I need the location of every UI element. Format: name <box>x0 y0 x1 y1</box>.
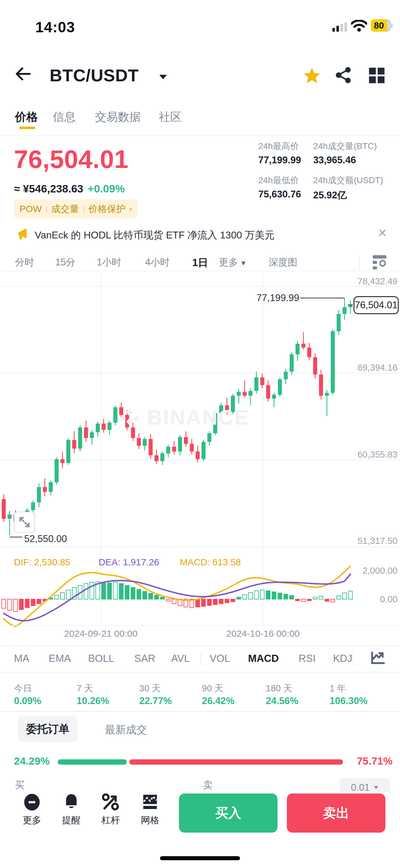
buy-ratio-segment <box>58 760 127 765</box>
perf-90d-label: 90 天 <box>202 682 223 695</box>
chevron-down-icon <box>373 785 379 790</box>
buy-sell-ratio-bar <box>58 760 343 765</box>
perf-90d-value: 26.42% <box>202 695 234 707</box>
indicator-macd[interactable]: MACD <box>248 653 279 664</box>
perf-1y-value: 106.30% <box>330 695 367 707</box>
perf-7d-label: 7 天 <box>76 682 93 695</box>
binance-price-screen: 14:03 80 BTC/USDT <box>0 0 400 868</box>
low-annotation: 52,550.00 <box>24 533 67 545</box>
y-axis-label-1: 78,432.49 <box>335 276 398 286</box>
sell-ratio-segment <box>129 760 343 765</box>
kline-chart-icon[interactable] <box>371 651 385 665</box>
perf-7d-value: 10.26% <box>76 695 109 707</box>
more-button[interactable]: 更多 <box>13 794 51 827</box>
indicator-ma[interactable]: MA <box>14 653 29 664</box>
high-annotation: 77,199.99 <box>242 292 299 304</box>
tab-latest-trades[interactable]: 最新成交 <box>105 723 147 737</box>
grid-bot-button[interactable]: 网格 <box>131 794 169 827</box>
indicator-ema[interactable]: EMA <box>49 653 71 664</box>
buy-button[interactable]: 买入 <box>179 794 277 833</box>
x-axis-date-2: 2024-10-16 00:00 <box>216 628 309 639</box>
orderbook-header-clipped: 买 卖 0.01 <box>0 777 400 792</box>
perf-180d-value: 24.56% <box>266 695 298 707</box>
indicator-kdj[interactable]: KDJ <box>333 653 352 664</box>
y-axis-label-4: 51,317.50 <box>335 536 398 546</box>
macd-value-label: MACD: 613.58 <box>180 557 241 567</box>
macd-axis-0: 0.00 <box>335 594 398 604</box>
grid-wave-icon <box>141 794 159 811</box>
perf-30d-value: 22.77% <box>139 695 172 707</box>
perf-30d-label: 30 天 <box>139 682 161 695</box>
buy-column-label: 买 <box>15 779 25 792</box>
alert-button[interactable]: 提醒 <box>53 794 90 827</box>
sell-ratio: 75.71% <box>343 755 393 767</box>
binance-watermark: BINANCE <box>118 405 249 429</box>
indicator-sar[interactable]: SAR <box>134 653 155 664</box>
home-indicator[interactable] <box>160 856 240 860</box>
expand-arrows-icon <box>18 515 31 529</box>
sell-column-label: 卖 <box>203 779 213 792</box>
x-axis-date-1: 2024-09-21 00:00 <box>54 628 147 639</box>
sell-button[interactable]: 卖出 <box>287 794 386 833</box>
leverage-button[interactable]: 杠杆 <box>92 794 129 827</box>
macd-axis-2000: 2,000.00 <box>335 566 398 576</box>
buy-ratio: 24.29% <box>14 755 49 767</box>
more-ellipsis-icon <box>23 794 41 811</box>
y-axis-label-3: 60,355.83 <box>335 450 398 460</box>
perf-today-label: 今日 <box>14 682 32 695</box>
indicator-avl[interactable]: AVL <box>171 653 190 664</box>
indicator-boll[interactable]: BOLL <box>88 653 114 664</box>
depth-step-select[interactable]: 0.01 <box>340 778 390 792</box>
macd-dif-label: DIF: 2,530.85 <box>14 557 70 567</box>
y-axis-label-2: 69,394.16 <box>335 363 398 373</box>
tab-open-orders[interactable]: 委托订单 <box>18 716 77 742</box>
binance-logo-icon <box>118 405 141 429</box>
bell-icon <box>63 794 80 811</box>
macd-dea-label: DEA: 1,917.26 <box>99 557 159 567</box>
perf-1y-label: 1 年 <box>330 682 346 695</box>
percent-arrow-icon <box>102 794 120 811</box>
indicator-vol[interactable]: VOL <box>210 653 230 664</box>
indicator-rsi[interactable]: RSI <box>299 653 316 664</box>
perf-180d-label: 180 天 <box>266 682 292 695</box>
last-price-pill: 76,504.01 <box>354 296 399 314</box>
fullscreen-chart-button[interactable] <box>14 512 35 533</box>
perf-today-value: 0.09% <box>14 695 41 707</box>
